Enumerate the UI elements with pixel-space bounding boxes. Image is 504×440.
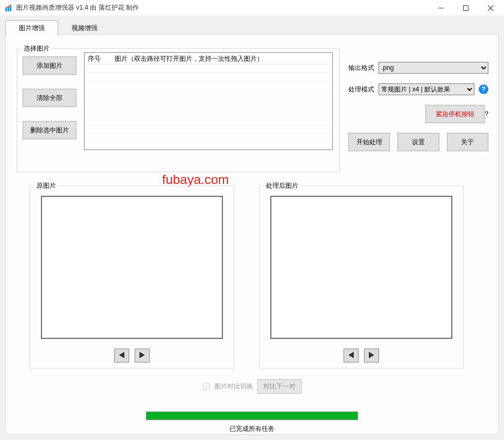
group-processed-image: 处理后图片 bbox=[259, 186, 464, 368]
output-format-select[interactable]: .png bbox=[379, 62, 488, 74]
list-row bbox=[85, 133, 332, 142]
help-icon[interactable]: ? bbox=[479, 84, 488, 94]
help-icon[interactable]: ? bbox=[485, 110, 488, 118]
titlebar: 图片视频画质增强器 v1.4 由 落红护花 制作 bbox=[0, 0, 504, 16]
compare-toggle-label: 图片对比切换 bbox=[214, 382, 253, 391]
processed-legend: 处理后图片 bbox=[264, 181, 300, 190]
list-row bbox=[85, 82, 332, 90]
status-text: 已完成所有任务 bbox=[6, 424, 498, 434]
compare-toggle-checkbox[interactable] bbox=[203, 383, 210, 390]
minimize-button[interactable] bbox=[429, 0, 453, 16]
about-button[interactable]: 关于 bbox=[447, 133, 488, 151]
list-row bbox=[85, 108, 332, 116]
clear-all-button[interactable]: 清除全部 bbox=[23, 89, 76, 107]
watermark-text: fubaya.com bbox=[162, 172, 229, 187]
emergency-stop-button[interactable]: 紧急停机按钮 bbox=[425, 105, 485, 123]
list-row bbox=[85, 90, 332, 99]
group-select-legend: 选择图片 bbox=[22, 44, 52, 53]
listview-body[interactable] bbox=[85, 65, 332, 142]
svg-marker-7 bbox=[119, 352, 124, 358]
output-format-label: 输出格式 bbox=[348, 63, 379, 73]
list-row bbox=[85, 65, 332, 73]
options-area: 输出格式 .png 处理模式 常规图片 | x4 | 默认效果 ? 紧急停机按钮… bbox=[348, 62, 488, 151]
triangle-left-icon bbox=[119, 352, 124, 360]
next-original-button[interactable] bbox=[135, 349, 150, 363]
add-image-button[interactable]: 添加图片 bbox=[23, 56, 76, 75]
triangle-right-icon bbox=[139, 352, 145, 360]
compare-next-button[interactable]: 对比下一对 bbox=[257, 379, 302, 394]
original-image-box bbox=[41, 196, 223, 339]
progress-fill bbox=[146, 412, 358, 420]
prev-original-button[interactable] bbox=[114, 349, 129, 363]
process-mode-label: 处理模式 bbox=[348, 85, 379, 94]
column-index[interactable]: 序号 bbox=[85, 53, 111, 64]
svg-rect-4 bbox=[464, 5, 468, 10]
list-row bbox=[85, 99, 332, 108]
compare-controls: 图片对比切换 对比下一对 bbox=[6, 379, 498, 394]
image-listview[interactable]: 序号 图片（双击路径可打开图片，支持一次性拖入图片） bbox=[84, 52, 333, 150]
settings-button[interactable]: 设置 bbox=[397, 133, 439, 151]
triangle-left-icon bbox=[348, 352, 354, 360]
tab-video-enhance[interactable]: 视频增强 bbox=[58, 20, 111, 36]
tab-image-enhance[interactable]: 图片增强 bbox=[5, 20, 58, 36]
tab-bar: 图片增强 视频增强 bbox=[5, 20, 111, 36]
column-path[interactable]: 图片（双击路径可打开图片，支持一次性拖入图片） bbox=[111, 53, 267, 64]
process-mode-select[interactable]: 常规图片 | x4 | 默认效果 bbox=[379, 83, 474, 95]
svg-marker-8 bbox=[139, 352, 145, 358]
progress-bar bbox=[146, 411, 358, 420]
close-button[interactable] bbox=[478, 0, 503, 16]
prev-processed-button[interactable] bbox=[344, 349, 359, 363]
list-row bbox=[85, 73, 332, 82]
maximize-button[interactable] bbox=[453, 0, 478, 16]
delete-selected-button[interactable]: 删除选中图片 bbox=[23, 121, 76, 139]
svg-rect-0 bbox=[5, 8, 7, 11]
processed-image-box bbox=[270, 196, 452, 339]
list-row bbox=[85, 125, 332, 133]
next-processed-button[interactable] bbox=[364, 349, 379, 363]
listview-header: 序号 图片（双击路径可打开图片，支持一次性拖入图片） bbox=[85, 53, 332, 65]
group-original-image: 原图片 bbox=[30, 186, 234, 368]
original-legend: 原图片 bbox=[34, 181, 58, 190]
client-area: 图片增强 视频增强 选择图片 添加图片 清除全部 删除选中图片 序号 图片（双击… bbox=[0, 16, 504, 440]
main-panel: 选择图片 添加图片 清除全部 删除选中图片 序号 图片（双击路径可打开图片，支持… bbox=[5, 34, 499, 435]
window-title: 图片视频画质增强器 v1.4 由 落红护花 制作 bbox=[16, 3, 139, 12]
list-row bbox=[85, 116, 332, 125]
group-select-image: 选择图片 添加图片 清除全部 删除选中图片 序号 图片（双击路径可打开图片，支持… bbox=[17, 48, 340, 172]
svg-marker-10 bbox=[369, 352, 374, 358]
start-process-button[interactable]: 开始处理 bbox=[348, 133, 390, 151]
triangle-right-icon bbox=[369, 352, 374, 360]
app-icon bbox=[4, 4, 13, 12]
svg-marker-9 bbox=[348, 352, 354, 358]
